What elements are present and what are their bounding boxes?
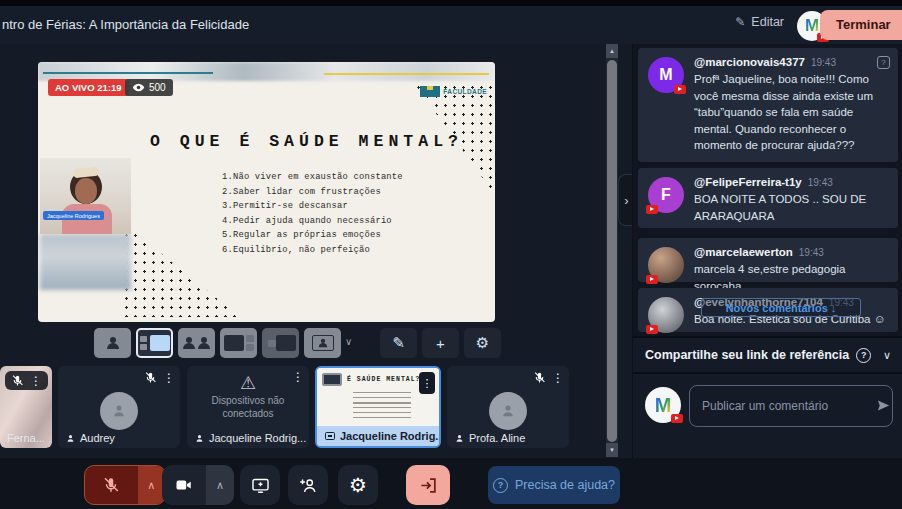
chat-panel: M @marcionovais4377 19:43 Profª Jaquelin…: [632, 44, 902, 458]
participant-name: Audrey: [80, 432, 115, 444]
kebab-menu-icon[interactable]: ⋮: [419, 372, 435, 394]
participant-name-row: Audrey: [58, 428, 180, 448]
participant-name-row: Profa. Aline: [447, 428, 569, 448]
avatar-letter: M: [659, 66, 672, 84]
kebab-menu-icon[interactable]: ⋮: [552, 372, 564, 384]
viewer-count-badge: 500: [125, 79, 173, 96]
mic-off-icon: [533, 371, 546, 384]
message-action-icon[interactable]: ?: [877, 56, 890, 69]
chat-message-text: BOA NOITE A TODOS .. SOU DE ARARAQUARA: [694, 191, 888, 224]
camera-options-button[interactable]: ∧: [206, 465, 234, 505]
mic-off-icon: [11, 374, 24, 387]
participant-card-fernanda[interactable]: ⋮ Ferna...: [0, 366, 52, 448]
camera-icon: [175, 476, 193, 494]
participant-card-screenshare-selected[interactable]: É SAÚDE MENTAL? ⋮ Jacqueline Rodrig...: [315, 366, 441, 448]
chat-avatar: M: [648, 57, 684, 93]
kebab-menu-icon[interactable]: ⋮: [163, 372, 175, 384]
layout-solo-button[interactable]: [94, 328, 131, 358]
participant-card-jacqueline-devices[interactable]: ⚠ Dispositivos não conectados ⋮ Jacqueli…: [187, 366, 309, 448]
youtube-badge-icon: [671, 414, 683, 423]
settings-button[interactable]: ⚙: [338, 465, 378, 505]
mic-options-button[interactable]: ∧: [138, 465, 165, 505]
person-icon: [65, 433, 76, 444]
camera-button[interactable]: [162, 465, 206, 505]
faculdade-logo-mark: [420, 86, 440, 97]
webcam-name-tag: Jacqueline Rodrigues: [43, 211, 104, 220]
chat-username[interactable]: @marcionovais4377: [694, 56, 805, 68]
layout-sidebar-content-button-selected[interactable]: [136, 328, 173, 358]
end-broadcast-button[interactable]: Terminar: [820, 10, 902, 40]
layout-selector-row: ∨ ✎ + ⚙: [0, 328, 632, 358]
screenshare-icon: [324, 430, 336, 442]
participant-card-profa-aline[interactable]: ⋮ Profa. Aline: [447, 366, 569, 448]
chat-message: F @FelipeFerreira-t1y 19:43 BOA NOITE A …: [638, 168, 898, 228]
chat-message-text: Profª Jaqueline, boa noite!!! Como você …: [694, 71, 888, 154]
chevron-up-icon: ∧: [147, 479, 155, 492]
viewer-count: 500: [149, 82, 166, 93]
send-icon[interactable]: [876, 398, 891, 413]
referral-label: Compartilhe seu link de referência: [645, 348, 849, 362]
leave-icon: [419, 476, 438, 495]
screenshare-preview: É SAÚDE MENTAL? ⋮: [317, 368, 439, 428]
participant-controls: ⋮: [5, 371, 48, 390]
layout-duo-button[interactable]: [178, 328, 215, 358]
mini-participants-icon: [140, 336, 147, 350]
edit-button[interactable]: ✎ Editar: [735, 15, 784, 29]
question-circle-icon: ?: [493, 478, 508, 493]
slide-title: O QUE É SAÚDE MENTAL?: [150, 132, 463, 151]
content-area-icon: [150, 335, 170, 351]
framed-person-icon: [312, 335, 334, 351]
participant-card-audrey[interactable]: ⋮ Audrey: [58, 366, 180, 448]
layout-framed-person-button[interactable]: [304, 328, 341, 358]
slide-list-item: 5.Regular as próprias emoções: [222, 228, 403, 243]
layout-thumb-left-content-button[interactable]: [262, 328, 299, 358]
kebab-menu-icon[interactable]: ⋮: [292, 371, 304, 383]
chevron-up-icon: ∧: [216, 479, 224, 492]
plus-icon: +: [436, 335, 445, 352]
main-stage-area: FACULDADE O QUE É SAÚDE MENTAL? 1.Não vi…: [0, 44, 632, 458]
warning-icon: ⚠: [240, 372, 256, 394]
streaming-studio-app: ntro de Férias: A Importância da Felicid…: [0, 0, 902, 509]
layout-content-right-thumbs-button[interactable]: [220, 328, 257, 358]
stage-settings-button[interactable]: ⚙: [464, 328, 501, 358]
person-layout-icon: [183, 337, 195, 349]
share-screen-icon: [251, 476, 270, 495]
speaker-webcam-video: Jacqueline Rodrigues: [40, 158, 131, 234]
draw-button[interactable]: ✎: [380, 328, 417, 358]
channel-avatar: M: [645, 387, 681, 423]
chevron-down-icon[interactable]: ∨: [345, 336, 352, 347]
chat-username[interactable]: @FelipeFerreira-t1y: [694, 176, 802, 188]
add-element-button[interactable]: +: [422, 328, 459, 358]
person-layout-icon: [107, 337, 119, 349]
mini-thumbs-icon: [246, 335, 254, 351]
leave-broadcast-button[interactable]: [406, 465, 450, 505]
share-screen-button[interactable]: [240, 465, 280, 505]
referral-link-section[interactable]: Compartilhe seu link de referência ? ∨: [633, 338, 902, 372]
person-layout-icon: [318, 339, 326, 347]
channel-logo-letter: M: [655, 394, 672, 417]
chat-message: M @marcionovais4377 19:43 Profª Jaquelin…: [638, 48, 898, 162]
chat-timestamp: 19:43: [808, 177, 833, 188]
slide-list-item: 2.Saber lidar com frustrações: [222, 185, 403, 200]
comment-input[interactable]: [689, 385, 893, 427]
chevron-down-icon[interactable]: ∨: [883, 349, 891, 362]
mini-slide-title: É SAÚDE MENTAL?: [347, 376, 421, 383]
new-comments-button[interactable]: Novos comentários ↓: [701, 298, 861, 317]
presentation-slide: FACULDADE O QUE É SAÚDE MENTAL? 1.Não vi…: [38, 62, 495, 322]
invite-button[interactable]: [288, 465, 328, 505]
chat-timestamp: 19:43: [811, 57, 836, 68]
pencil-icon: ✎: [392, 334, 405, 352]
person-icon: [110, 402, 128, 420]
chat-username[interactable]: @marcelaewerton: [694, 246, 793, 258]
kebab-menu-icon[interactable]: ⋮: [30, 375, 42, 387]
avatar-letter: F: [661, 186, 671, 204]
eye-icon: [132, 81, 145, 94]
participant-controls: ⋮: [144, 371, 175, 384]
youtube-badge-icon: [646, 205, 658, 214]
scrollbar-up-button[interactable]: ▲: [606, 44, 618, 58]
edit-label: Editar: [751, 15, 784, 29]
mute-mic-button[interactable]: [85, 465, 138, 505]
question-circle-icon[interactable]: ?: [856, 348, 871, 363]
slide-list-item: 6.Equilíbrio, não perfeição: [222, 243, 403, 258]
help-button[interactable]: ? Precisa de ajuda?: [488, 466, 620, 504]
